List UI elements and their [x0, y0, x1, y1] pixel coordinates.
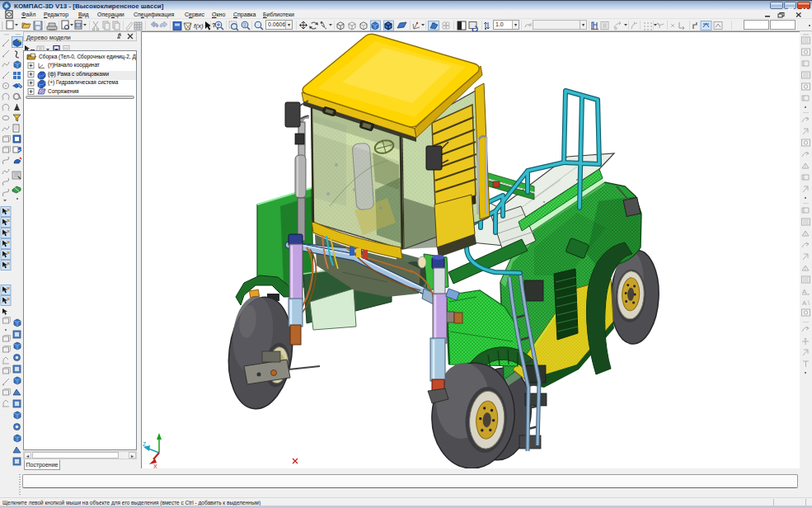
svg-text:f(x): f(x)	[194, 22, 204, 30]
svg-text:Z: Z	[143, 441, 147, 447]
svg-text:A: A	[802, 299, 807, 307]
svg-text:X: X	[153, 463, 157, 468]
